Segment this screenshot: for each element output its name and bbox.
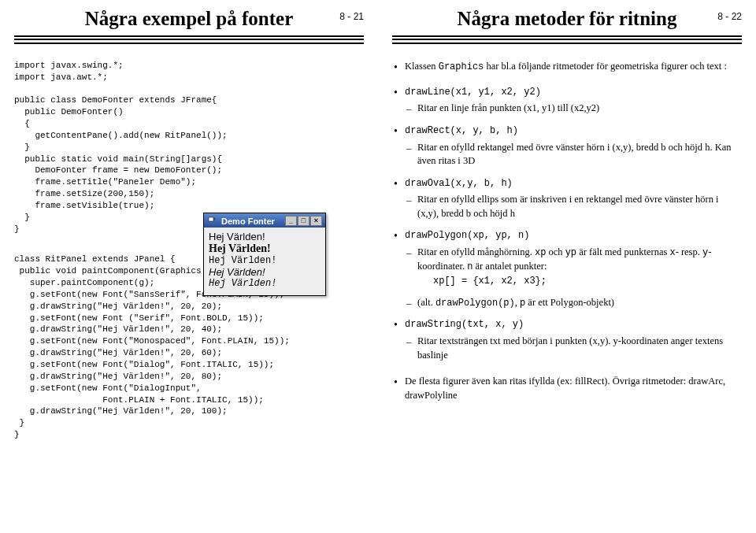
text: är antalet punkter: (472, 261, 547, 272)
demo-window: Demo Fonter _ □ × Hej Världen! Hej Värld… (203, 213, 326, 296)
bullet-drawrect: drawRect(x, y, b, h) (392, 124, 742, 138)
demo-line-5: Hej Världen! (209, 278, 321, 289)
code-inline: drawString(txt, x, y) (405, 319, 524, 330)
code-inline: drawLine(x1, y1, x2, y2) (405, 87, 541, 98)
sub-drawrect: Ritar en ofylld rektangel med övre vänst… (392, 141, 742, 168)
demo-title-text: Demo Fonter (221, 217, 275, 226)
text: och (546, 246, 565, 257)
window-controls: _ □ × (285, 216, 322, 226)
text: har bl.a följande ritmetoder för geometr… (484, 61, 727, 72)
demo-line-1: Hej Världen! (209, 231, 321, 242)
divider-stripes (14, 35, 364, 44)
demo-content: Hej Världen! Hej Världen! Hej Världen! H… (204, 228, 325, 295)
sub-drawoval: Ritar en ofylld ellips som är inskriven … (392, 193, 742, 220)
code-inline: drawPolygon(p) (435, 298, 515, 309)
minimize-icon[interactable]: _ (285, 216, 297, 226)
right-slide: Några metoder för ritning 8 - 22 Klassen… (378, 0, 756, 533)
header-left: Några exempel på fonter 8 - 21 (14, 8, 364, 35)
text: Ritar en ofylld månghörning. (417, 246, 535, 257)
title-right: Några metoder för ritning (458, 8, 677, 31)
demo-line-3: Hej Världen! (209, 255, 321, 266)
code-inline: yp (565, 247, 576, 258)
bullet-intro: Klassen Graphics har bl.a följande ritme… (392, 60, 742, 74)
code-inline: xp[] = {x1, x2, x3}; (417, 276, 547, 287)
sub-drawstring: Ritar textsträngen txt med början i punk… (392, 335, 742, 362)
header-right: Några metoder för ritning 8 - 22 (392, 8, 742, 35)
demo-titlebar: Demo Fonter _ □ × (204, 213, 325, 228)
text: är fält med punkternas (576, 246, 669, 257)
demo-title: Demo Fonter (207, 215, 275, 226)
java-icon (207, 215, 217, 224)
content-right: Klassen Graphics har bl.a följande ritme… (392, 60, 742, 402)
text: är ett Polygon-objekt) (525, 297, 614, 308)
divider-stripes (392, 35, 742, 44)
code-inline: drawPolygon(xp, yp, n) (405, 230, 529, 241)
page-number-left: 8 - 21 (339, 11, 364, 22)
text: (alt. (417, 297, 435, 308)
text: - resp. (676, 246, 702, 257)
page-number-right: 8 - 22 (717, 11, 742, 22)
close-icon[interactable]: × (310, 216, 322, 226)
bullet-drawoval: drawOval(x,y, b, h) (392, 176, 742, 191)
sub-drawpolygon-2: (alt. drawPolygon(p), p är ett Polygon-o… (392, 296, 742, 310)
bullet-drawstring: drawString(txt, x, y) (392, 317, 742, 331)
bullet-drawline: drawLine(x1, y1, x2, y2) (392, 85, 742, 99)
code-inline: Graphics (439, 61, 484, 72)
demo-line-4: Hej Världen! (209, 266, 321, 278)
sub-drawline: Ritar en linje från punkten (x1, y1) til… (392, 102, 742, 116)
code-top: import javax.swing.*; import java.awt.*;… (14, 60, 364, 235)
code-inline: xp (535, 247, 546, 258)
bullet-footer: De flesta figurer även kan ritas ifyllda… (392, 375, 742, 402)
sub-drawpolygon-1: Ritar en ofylld månghörning. xp och yp ä… (392, 246, 742, 287)
bullet-drawpolygon: drawPolygon(xp, yp, n) (392, 228, 742, 242)
svg-rect-0 (209, 217, 213, 221)
demo-line-2: Hej Världen! (209, 242, 321, 255)
left-slide: Några exempel på fonter 8 - 21 import ja… (0, 0, 378, 533)
text: Klassen (405, 61, 439, 72)
code-inline: x (669, 247, 675, 258)
maximize-icon[interactable]: □ (298, 216, 309, 226)
code-inline: drawRect(x, y, b, h) (405, 125, 518, 136)
title-left: Några exempel på fonter (85, 8, 294, 31)
code-inline: drawOval(x,y, b, h) (405, 178, 513, 189)
